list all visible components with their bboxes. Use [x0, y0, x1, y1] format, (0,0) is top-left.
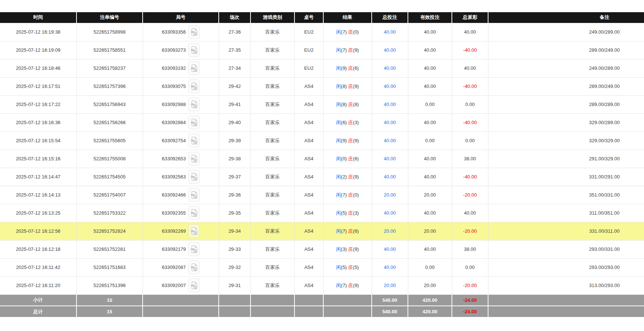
banker-score: (9)	[353, 246, 359, 252]
banker-score: (3)	[353, 210, 359, 216]
cell-table-no: EU2	[294, 59, 323, 77]
video-replay-icon	[191, 209, 198, 217]
player-score: (7)	[341, 47, 347, 53]
cell-game-type: 百家乐	[251, 204, 294, 222]
table-row[interactable]: 2025-07-12 16:18:46 522651758237 6330931…	[0, 59, 644, 77]
table-row[interactable]: 2025-07-12 16:19:09 522651758551 6330932…	[0, 41, 644, 59]
cell-game-type: 百家乐	[251, 258, 294, 276]
cell-round-id: 633092754	[143, 132, 219, 150]
cell-game-type: 百家乐	[251, 240, 294, 258]
video-replay-button[interactable]	[188, 242, 200, 256]
cell-bet-id: 522651755605	[76, 132, 143, 150]
round-id-text: 633093192	[162, 65, 186, 71]
table-row[interactable]: 2025-07-12 16:11:42 522651751683 6330920…	[0, 258, 644, 276]
video-replay-icon	[191, 154, 198, 163]
grand-total-empty-cell	[251, 306, 294, 317]
video-replay-button[interactable]	[188, 260, 200, 274]
video-replay-button[interactable]	[188, 25, 200, 39]
table-row[interactable]: 2025-07-12 16:14:47 522651754505 6330925…	[0, 168, 644, 186]
cell-game-type: 百家乐	[251, 41, 294, 59]
cell-valid-bet: 0.00	[408, 258, 452, 276]
cell-payout: 40.00	[452, 204, 488, 222]
grand-total-row: 总计 15 540.00 420.00 -24.00	[0, 306, 644, 317]
table-row[interactable]: 2025-07-12 16:11:20 522651751396 6330920…	[0, 276, 644, 294]
cell-table-no: AS4	[294, 276, 323, 294]
cell-total-bet: 40.00	[372, 95, 408, 113]
video-replay-button[interactable]	[188, 134, 200, 147]
video-replay-button[interactable]	[188, 79, 200, 93]
player-score: (7)	[341, 228, 347, 234]
banker-score: (6)	[353, 228, 359, 234]
video-replay-icon	[191, 173, 198, 181]
cell-payout: 0.00	[452, 258, 488, 276]
video-replay-button[interactable]	[188, 43, 200, 57]
table-row[interactable]: 2025-07-12 16:13:25 522651753322 6330923…	[0, 204, 644, 222]
cell-valid-bet: 40.00	[408, 113, 452, 132]
cell-payout: -20.00	[452, 222, 488, 240]
cell-table-no: AS4	[294, 258, 323, 276]
column-header-total-bet: 总投注	[372, 12, 408, 23]
round-id-text: 633092653	[162, 156, 186, 161]
video-replay-button[interactable]	[188, 279, 200, 292]
player-score: (6)	[341, 120, 347, 125]
table-row[interactable]: 2025-07-12 16:15:16 522651755008 6330926…	[0, 150, 644, 168]
cell-session: 29-32	[219, 258, 251, 276]
cell-round-id: 633092355	[143, 204, 219, 222]
cell-round-id: 633092864	[143, 113, 219, 132]
cell-remark: 329.00/289.00	[488, 113, 644, 132]
banker-score: (9)	[353, 83, 359, 89]
cell-table-no: AS4	[294, 204, 323, 222]
video-replay-button[interactable]	[188, 61, 200, 75]
bet-records-viewport: 时间 注单编号 局号 场次 游戏类别 桌号 结果 总投注 有效投注 总派彩 备注…	[0, 12, 644, 318]
table-body: 2025-07-12 16:19:38 522651758998 6330933…	[0, 23, 644, 294]
cell-bet-id: 522651756266	[76, 113, 143, 132]
video-replay-button[interactable]	[188, 116, 200, 129]
cell-table-no: AS4	[294, 95, 323, 113]
player-score: (3)	[341, 246, 347, 252]
grand-total-empty-cell	[294, 306, 323, 317]
cell-payout: 38.00	[452, 240, 488, 258]
round-id-text: 633093273	[162, 47, 186, 53]
subtotal-empty-cell	[323, 294, 372, 306]
cell-payout: 38.00	[452, 150, 488, 168]
cell-round-id: 633092563	[143, 168, 219, 186]
player-score: (5)	[341, 210, 347, 216]
banker-score: (9)	[353, 283, 359, 288]
video-replay-button[interactable]	[188, 224, 200, 238]
cell-table-no: AS4	[294, 168, 323, 186]
banker-result-label: 庄	[348, 47, 353, 53]
video-replay-button[interactable]	[188, 152, 200, 166]
grand-total-total-bet: 540.00	[372, 306, 408, 317]
banker-result-label: 庄	[348, 210, 353, 216]
table-row[interactable]: 2025-07-12 16:16:36 522651756266 6330928…	[0, 113, 644, 132]
video-replay-button[interactable]	[188, 170, 200, 184]
player-score: (9)	[341, 65, 347, 71]
table-row[interactable]: 2025-07-12 16:19:38 522651758998 6330933…	[0, 23, 644, 41]
cell-session: 29-38	[219, 150, 251, 168]
cell-bet-id: 522651758998	[76, 23, 143, 41]
cell-valid-bet: 40.00	[408, 168, 452, 186]
video-replay-button[interactable]	[188, 98, 200, 111]
cell-table-no: AS4	[294, 113, 323, 132]
cell-session: 27-34	[219, 59, 251, 77]
table-row[interactable]: 2025-07-12 16:12:56 522651752824 6330922…	[0, 222, 644, 240]
round-id-text: 633092269	[162, 228, 186, 234]
video-replay-button[interactable]	[188, 206, 200, 220]
cell-remark: 291.00/329.00	[488, 150, 644, 168]
video-replay-icon	[191, 118, 198, 127]
cell-result: 闲(7) 庄(6)	[323, 222, 372, 240]
cell-result: 闲(7) 庄(9)	[323, 276, 372, 294]
table-row[interactable]: 2025-07-12 16:17:51 522651757396 6330930…	[0, 77, 644, 95]
table-row[interactable]: 2025-07-12 16:14:13 522651754007 6330924…	[0, 186, 644, 204]
cell-total-bet: 40.00	[372, 132, 408, 150]
video-replay-button[interactable]	[188, 188, 200, 202]
cell-time: 2025-07-12 16:18:46	[0, 59, 76, 77]
table-row[interactable]: 2025-07-12 16:15:54 522651755605 6330927…	[0, 132, 644, 150]
cell-total-bet: 40.00	[372, 41, 408, 59]
table-row[interactable]: 2025-07-12 16:17:22 522651756943 6330929…	[0, 95, 644, 113]
table-row[interactable]: 2025-07-12 16:12:18 522651752281 6330921…	[0, 240, 644, 258]
round-id-text: 633092179	[162, 246, 186, 252]
cell-session: 27-35	[219, 41, 251, 59]
player-result-label: 闲	[336, 174, 341, 180]
cell-result: 闲(5) 庄(3)	[323, 204, 372, 222]
